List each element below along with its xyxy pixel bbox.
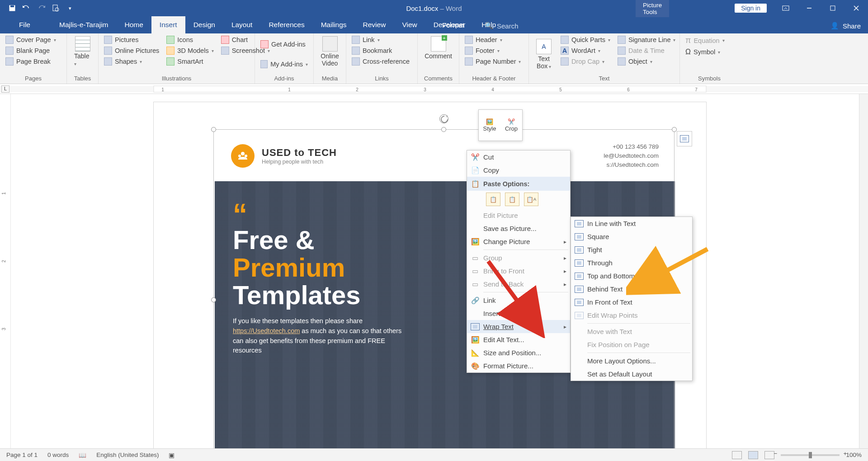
status-page[interactable]: Page 1 of 1 (6, 452, 38, 458)
wrap-editpoints-icon (575, 312, 584, 319)
tab-majlis[interactable]: Majlis-e-Tarajim (51, 16, 117, 33)
rotate-handle-icon[interactable] (439, 114, 448, 123)
ribbon-display-icon[interactable] (774, 0, 797, 16)
close-icon[interactable] (844, 0, 868, 16)
svg-text:3: 3 (424, 87, 426, 92)
tab-format[interactable]: Format (434, 17, 472, 33)
tab-selector[interactable]: L (1, 85, 9, 93)
macro-icon[interactable]: ▣ (169, 452, 175, 459)
view-read-icon[interactable] (732, 451, 742, 459)
zoom-slider[interactable] (781, 454, 840, 456)
view-print-icon[interactable] (748, 451, 758, 459)
online-pictures-button[interactable]: Online Pictures (101, 45, 162, 56)
ctx-size-position[interactable]: 📐Size and Position... (467, 346, 570, 359)
status-words[interactable]: 0 words (47, 452, 69, 458)
ctx-wrap-text[interactable]: Wrap Text (467, 320, 570, 333)
table-button[interactable]: Table (70, 34, 95, 69)
tab-insert[interactable]: Insert (151, 16, 185, 33)
resize-handle[interactable] (211, 297, 216, 302)
ctx-edit-alt-text[interactable]: 🖼️Edit Alt Text... (467, 333, 570, 346)
get-addins-button[interactable]: Get Add-ins (258, 39, 311, 50)
ctx-save-as-picture[interactable]: Save as Picture... (467, 222, 570, 235)
ctx-insert-caption[interactable]: Insert Caption... (467, 307, 570, 320)
ctx-link[interactable]: 🔗Link (467, 294, 570, 307)
sign-in-button[interactable]: Sign in (735, 4, 767, 13)
tab-home[interactable]: Home (117, 16, 151, 33)
footer-button[interactable]: Footer (462, 45, 526, 56)
icons-button[interactable]: Icons (164, 34, 216, 45)
wrap-set-default[interactable]: Set as Default Layout (571, 367, 692, 381)
resize-handle[interactable] (441, 127, 446, 132)
ctx-format-picture[interactable]: 🎨Format Picture... (467, 359, 570, 372)
signature-line-button[interactable]: Signature Line (615, 34, 679, 45)
save-icon[interactable] (8, 4, 16, 12)
link-button[interactable]: Link (349, 34, 415, 45)
wordart-button[interactable]: AWordArt (558, 45, 613, 56)
cover-page-button[interactable]: Cover Page (3, 34, 64, 45)
vertical-scrollbar[interactable] (859, 94, 868, 461)
resize-handle[interactable] (672, 127, 677, 132)
smartart-button[interactable]: SmartArt (164, 56, 216, 67)
maximize-icon[interactable] (821, 0, 844, 16)
wrap-through[interactable]: Through (571, 256, 692, 269)
tab-design[interactable]: Design (185, 16, 223, 33)
cross-reference-button[interactable]: Cross-reference (349, 56, 415, 67)
page-break-button[interactable]: Page Break (3, 56, 64, 67)
3d-models-button[interactable]: 3D Models (164, 45, 216, 56)
text-box-button[interactable]: AText Box (532, 34, 556, 74)
tab-layout[interactable]: Layout (223, 16, 261, 33)
redo-icon[interactable] (37, 4, 45, 12)
wrap-more-options[interactable]: More Layout Options... (571, 354, 692, 367)
wrap-tight[interactable]: Tight (571, 243, 692, 256)
online-video-button[interactable]: Online Video (316, 34, 343, 69)
view-web-icon[interactable] (764, 451, 774, 459)
quick-parts-button[interactable]: Quick Parts (558, 34, 613, 45)
tell-me-search[interactable]: 🔍Search (485, 17, 519, 34)
group-header-footer-label: Header & Footer (462, 74, 526, 84)
blank-page-button[interactable]: Blank Page (3, 45, 64, 56)
page-number-button[interactable]: Page Number (462, 56, 526, 67)
layout-options-button[interactable] (677, 131, 692, 146)
my-addins-button[interactable]: My Add-ins (258, 59, 311, 70)
bookmark-button[interactable]: Bookmark (349, 45, 415, 56)
zoom-level[interactable]: 100% (846, 452, 862, 458)
ctx-copy[interactable]: 📄Copy (467, 164, 570, 177)
undo-icon[interactable] (23, 4, 31, 12)
crop-button[interactable]: ✂️Crop (500, 110, 522, 141)
vertical-ruler[interactable]: 123 (0, 94, 11, 461)
ctx-change-picture[interactable]: 🖼️Change Picture (467, 235, 570, 248)
wrap-in-front[interactable]: In Front of Text (571, 296, 692, 309)
tab-file[interactable]: File (11, 16, 38, 33)
wrap-top-bottom[interactable]: Top and Bottom (571, 269, 692, 282)
style-button[interactable]: 🖼️Style (479, 110, 500, 141)
pictures-button[interactable]: Pictures (101, 34, 162, 45)
object-button[interactable]: Object (615, 56, 679, 67)
wrap-inline[interactable]: In Line with Text (571, 217, 692, 230)
qat-customize-icon[interactable]: ▾ (66, 4, 74, 12)
print-preview-icon[interactable] (52, 4, 60, 12)
wrap-behind-text[interactable]: Behind Text (571, 282, 692, 296)
paste-merge[interactable]: 📋 (505, 193, 519, 206)
symbol-button[interactable]: ΩSymbol (683, 47, 736, 57)
minimize-icon[interactable] (797, 0, 821, 16)
tab-references[interactable]: References (260, 16, 312, 33)
resize-handle[interactable] (211, 127, 216, 132)
drop-cap-button[interactable]: Drop Cap (558, 56, 613, 67)
equation-button[interactable]: πEquation (683, 34, 736, 47)
tab-review[interactable]: Review (355, 16, 394, 33)
wrap-square[interactable]: Square (571, 230, 692, 243)
ctx-cut[interactable]: ✂️Cut (467, 151, 570, 164)
paste-keep-source[interactable]: 📋 (486, 193, 500, 206)
doc-name: Doc1.docx (406, 5, 438, 12)
shapes-button[interactable]: Shapes (101, 56, 162, 67)
header-button[interactable]: Header (462, 34, 526, 45)
tab-mailings[interactable]: Mailings (313, 16, 355, 33)
spellcheck-icon[interactable]: 📖 (79, 452, 86, 459)
share-button[interactable]: 👤Share (830, 17, 861, 34)
date-time-button[interactable]: Date & Time (615, 45, 679, 56)
horizontal-ruler[interactable]: 11234567 L (0, 84, 868, 94)
tab-view[interactable]: View (394, 16, 425, 33)
comment-button[interactable]: +Comment (420, 34, 456, 61)
paste-picture[interactable]: 📋A (524, 193, 538, 206)
status-language[interactable]: English (United States) (96, 452, 159, 458)
